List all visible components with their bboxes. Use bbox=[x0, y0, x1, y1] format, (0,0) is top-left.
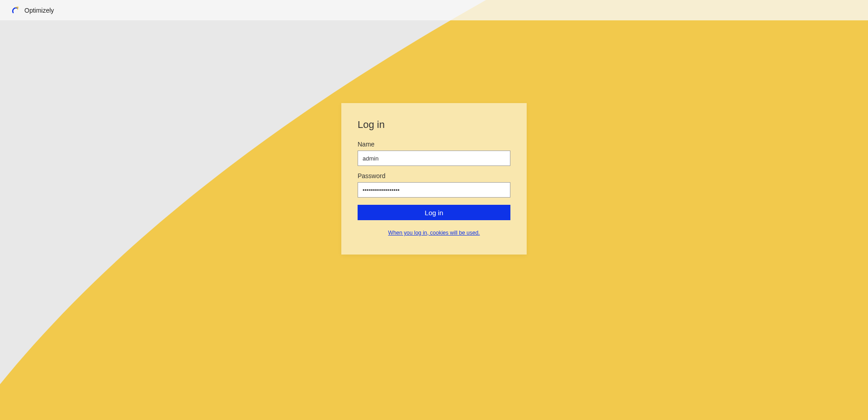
password-field-group: Password bbox=[358, 172, 510, 198]
password-label: Password bbox=[358, 172, 510, 179]
password-input[interactable] bbox=[358, 182, 510, 198]
login-button[interactable]: Log in bbox=[358, 205, 510, 220]
name-field-group: Name bbox=[358, 141, 510, 166]
login-title: Log in bbox=[358, 119, 510, 131]
optimizely-logo-icon bbox=[11, 6, 20, 15]
name-input[interactable] bbox=[358, 151, 510, 166]
cookie-notice-wrap: When you log in, cookies will be used. bbox=[358, 228, 510, 236]
login-card: Log in Name Password Log in When you log… bbox=[341, 103, 527, 255]
brand-name: Optimizely bbox=[24, 7, 54, 14]
app-header: Optimizely bbox=[0, 0, 868, 20]
brand-logo-wrap: Optimizely bbox=[11, 6, 54, 15]
name-label: Name bbox=[358, 141, 510, 148]
cookie-notice-link[interactable]: When you log in, cookies will be used. bbox=[388, 230, 480, 236]
main-content: Log in Name Password Log in When you log… bbox=[0, 20, 868, 420]
